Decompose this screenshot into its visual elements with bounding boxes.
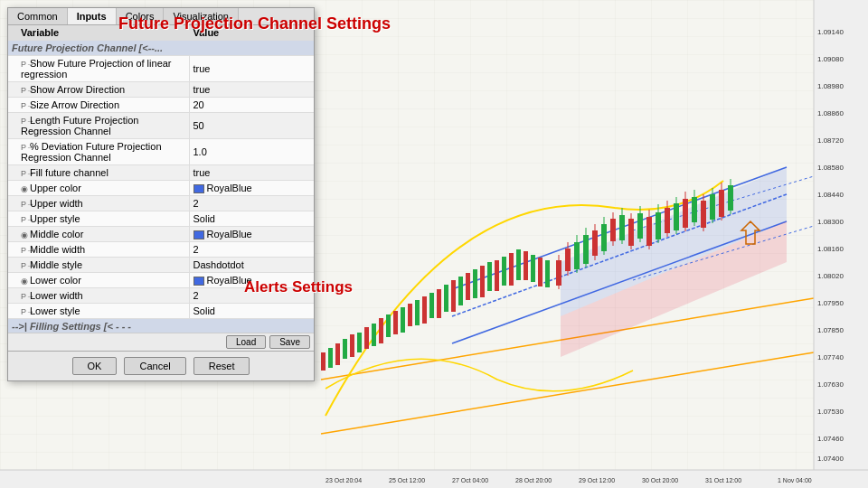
row-variable: ◉Middle color — [8, 227, 189, 242]
svg-rect-55 — [350, 334, 354, 357]
row-value: 2 — [189, 196, 314, 211]
alerts-title: Alerts Settings — [244, 278, 353, 296]
row-value: true — [189, 56, 314, 82]
section-label: -->| Filling Settings [< - - - — [8, 319, 314, 333]
table-row[interactable]: P→Upper width 2 — [8, 196, 314, 211]
table-row[interactable]: ◉Upper color RoyalBlue — [8, 181, 314, 196]
svg-rect-73 — [480, 266, 485, 297]
button-bar: OK Cancel Reset — [8, 351, 314, 380]
svg-text:1.08440: 1.08440 — [817, 191, 844, 199]
section-label: Future Projection Channel [<--... — [8, 41, 314, 56]
table-row[interactable]: P→Middle width 2 — [8, 242, 314, 258]
param-icon: P→ — [21, 117, 30, 126]
table-row[interactable]: P→% Deviation Future Projection Regressi… — [8, 139, 314, 165]
cancel-button[interactable]: Cancel — [124, 357, 185, 375]
param-icon: P→ — [21, 60, 30, 69]
svg-text:31 Oct 12:00: 31 Oct 12:00 — [705, 477, 741, 483]
tab-inputs[interactable]: Inputs — [68, 8, 117, 24]
svg-rect-71 — [466, 273, 470, 300]
save-button[interactable]: Save — [269, 335, 310, 349]
row-variable: P→Show Future Projection of linear regre… — [8, 56, 189, 82]
table-row[interactable]: P→Fill future channel true — [8, 165, 314, 181]
color-icon: ◉ — [21, 230, 30, 239]
load-save-bar: Load Save — [8, 333, 314, 351]
svg-rect-60 — [386, 314, 391, 337]
table-row[interactable]: P→Size Arrow Direction 20 — [8, 98, 314, 113]
color-swatch — [193, 277, 204, 286]
row-value: true — [189, 82, 314, 98]
svg-rect-72 — [473, 269, 477, 298]
svg-text:1.07630: 1.07630 — [817, 380, 844, 389]
color-swatch — [193, 230, 204, 239]
table-row[interactable]: P→Upper style Solid — [8, 211, 314, 227]
row-value: 1.0 — [189, 139, 314, 165]
table-row[interactable]: P→Show Future Projection of linear regre… — [8, 56, 314, 82]
table-row[interactable]: P→Lower style Solid — [8, 304, 314, 319]
row-value: Dashdotdot — [189, 258, 314, 273]
svg-text:1.08860: 1.08860 — [817, 109, 844, 117]
svg-rect-75 — [495, 260, 499, 291]
row-variable: P→Middle width — [8, 242, 189, 258]
svg-text:25 Oct 12:00: 25 Oct 12:00 — [389, 477, 425, 483]
param-icon: P→ — [21, 246, 30, 255]
svg-rect-64 — [415, 300, 420, 325]
main-title: Future Projection Channel Settings — [118, 14, 391, 33]
svg-text:1.08300: 1.08300 — [817, 218, 844, 226]
row-value: 20 — [189, 98, 314, 113]
param-icon: P→ — [21, 307, 30, 316]
row-value: Solid — [189, 304, 314, 319]
row-value: 50 — [189, 113, 314, 139]
svg-text:27 Oct 04:00: 27 Oct 04:00 — [452, 477, 488, 483]
svg-text:1.07950: 1.07950 — [817, 299, 844, 307]
param-icon: P→ — [21, 215, 30, 224]
svg-rect-63 — [408, 304, 412, 326]
row-value: true — [189, 165, 314, 181]
svg-rect-59 — [379, 318, 383, 343]
svg-text:1.07850: 1.07850 — [817, 326, 844, 334]
svg-rect-78 — [516, 249, 521, 280]
table-section-row[interactable]: -->| Filling Settings [< - - - — [8, 319, 314, 333]
param-icon: P→ — [21, 292, 30, 301]
svg-text:1.07400: 1.07400 — [817, 455, 844, 463]
svg-rect-82 — [545, 260, 550, 287]
svg-text:29 Oct 12:00: 29 Oct 12:00 — [579, 477, 615, 483]
svg-rect-67 — [437, 289, 441, 318]
ok-button[interactable]: OK — [72, 357, 118, 375]
load-button[interactable]: Load — [226, 335, 266, 349]
svg-rect-76 — [502, 257, 506, 286]
svg-text:30 Oct 20:00: 30 Oct 20:00 — [642, 477, 678, 483]
color-swatch — [193, 184, 204, 193]
table-section-row[interactable]: Future Projection Channel [<--... — [8, 41, 314, 56]
row-variable: P→Length Future Projection Regression Ch… — [8, 113, 189, 139]
svg-text:1.07740: 1.07740 — [817, 353, 844, 361]
table-row[interactable]: P→Show Arrow Direction true — [8, 82, 314, 98]
svg-rect-56 — [357, 333, 362, 352]
svg-text:1.08580: 1.08580 — [817, 164, 844, 172]
svg-text:1.08020: 1.08020 — [817, 272, 844, 280]
svg-text:28 Oct 20:00: 28 Oct 20:00 — [515, 477, 552, 483]
row-value: Solid — [189, 211, 314, 227]
svg-rect-51 — [321, 352, 326, 371]
table-row[interactable]: P→Length Future Projection Regression Ch… — [8, 113, 314, 139]
param-icon: P→ — [21, 169, 30, 178]
svg-text:1 Nov 04:00: 1 Nov 04:00 — [778, 477, 812, 483]
svg-rect-84 — [814, 0, 868, 470]
svg-text:23 Oct 20:04: 23 Oct 20:04 — [326, 477, 362, 483]
tab-common[interactable]: Common — [8, 8, 68, 24]
table-row[interactable]: ◉Middle color RoyalBlue — [8, 227, 314, 242]
svg-rect-79 — [524, 251, 528, 280]
row-variable: P→Size Arrow Direction — [8, 98, 189, 113]
param-icon: P→ — [21, 143, 30, 152]
svg-rect-54 — [343, 339, 347, 359]
reset-button[interactable]: Reset — [193, 357, 250, 375]
svg-text:1.08980: 1.08980 — [817, 82, 844, 90]
row-value: RoyalBlue — [189, 227, 314, 242]
row-variable: ◉Lower color — [8, 273, 189, 288]
row-variable: P→Show Arrow Direction — [8, 82, 189, 98]
table-row[interactable]: P→Middle style Dashdotdot — [8, 258, 314, 273]
row-variable: P→% Deviation Future Projection Regressi… — [8, 139, 189, 165]
row-variable: P→Upper style — [8, 211, 189, 227]
svg-text:1.07530: 1.07530 — [817, 408, 844, 416]
row-variable: P→Lower width — [8, 288, 189, 304]
svg-text:1.07460: 1.07460 — [817, 435, 844, 443]
